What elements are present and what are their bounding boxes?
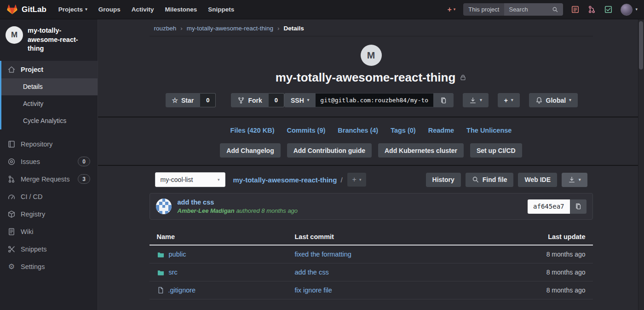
- new-item-dropdown[interactable]: + ▾: [498, 93, 520, 107]
- commit-author-link[interactable]: Amber-Lee Madigan: [178, 207, 235, 214]
- fork-icon: [237, 97, 245, 104]
- file-icon: [157, 287, 164, 294]
- commit-title-link[interactable]: add the css: [178, 199, 298, 206]
- path-root-link[interactable]: my-totally-awesome-react-thing: [233, 176, 337, 184]
- download-source-dropdown[interactable]: ▾: [463, 93, 489, 107]
- bell-icon: [535, 97, 543, 104]
- gitlab-logo[interactable]: GitLab: [6, 4, 46, 15]
- top-nav: Projects ▾ Groups Activity Milestones Sn…: [58, 6, 234, 13]
- chevron-down-icon: ▾: [569, 98, 571, 102]
- ci-cd-icon: [7, 193, 16, 201]
- row-commit-link[interactable]: fixed the formatting: [295, 251, 351, 258]
- sidebar-item-wiki[interactable]: Wiki: [0, 223, 98, 240]
- add-file-dropdown[interactable]: + ▾: [347, 173, 367, 187]
- sidebar-item-cycle-analytics[interactable]: Cycle Analytics: [1, 112, 98, 129]
- branch-selector[interactable]: my-cool-list ▾: [155, 172, 225, 187]
- find-file-button[interactable]: Find file: [466, 173, 514, 187]
- search-input[interactable]: [509, 6, 548, 13]
- file-entry-gitignore[interactable]: .gitignore: [157, 287, 280, 294]
- search-area: This project: [463, 3, 563, 16]
- sidebar-item-issues[interactable]: Issues 0: [0, 153, 98, 170]
- notification-dropdown[interactable]: Global ▾: [529, 93, 578, 107]
- stat-readme-link[interactable]: Readme: [428, 127, 454, 134]
- file-entry-public[interactable]: public: [157, 251, 280, 258]
- clone-url-input[interactable]: [316, 93, 433, 107]
- project-header: M my-totally-awesome-react-thing: [150, 36, 593, 85]
- nav-groups[interactable]: Groups: [98, 6, 121, 13]
- sidebar-item-snippets[interactable]: Snippets: [0, 240, 98, 258]
- table-row: public fixed the formatting 8 months ago: [150, 245, 593, 263]
- copy-clone-url-button[interactable]: [433, 93, 454, 107]
- file-browser-toolbar: my-cool-list ▾ my-totally-awesome-react-…: [150, 172, 593, 187]
- plus-icon: +: [504, 97, 508, 104]
- folder-icon: [157, 269, 165, 276]
- sidebar-item-settings[interactable]: ⚙ Settings: [0, 258, 98, 275]
- nav-projects[interactable]: Projects ▾: [58, 6, 87, 13]
- fork-button[interactable]: Fork: [231, 93, 268, 107]
- user-menu[interactable]: ▾: [621, 4, 638, 16]
- clone-protocol-dropdown[interactable]: SSH ▾: [284, 93, 316, 107]
- sidebar-item-merge-requests[interactable]: Merge Requests 3: [0, 170, 98, 188]
- breadcrumb-user[interactable]: rouzbeh: [154, 25, 177, 32]
- nav-milestones[interactable]: Milestones: [165, 6, 197, 13]
- web-ide-button[interactable]: Web IDE: [518, 173, 557, 187]
- merge-requests-icon[interactable]: [587, 5, 596, 14]
- sidebar-project-header[interactable]: M my-totally-awesome-react-thing: [0, 19, 98, 58]
- snippets-icon: [7, 245, 16, 253]
- stat-tags-link[interactable]: Tags (0): [391, 127, 416, 134]
- lock-icon: [460, 74, 466, 81]
- download-icon: [469, 97, 477, 104]
- sidebar-item-project[interactable]: Project: [1, 61, 98, 78]
- nav-activity[interactable]: Activity: [132, 6, 154, 13]
- chevron-down-icon: ▾: [359, 178, 362, 182]
- sidebar-item-activity[interactable]: Activity: [1, 95, 98, 112]
- top-navbar: GitLab Projects ▾ Groups Activity Milest…: [0, 0, 644, 19]
- download-dropdown-button[interactable]: ▾: [562, 173, 587, 187]
- star-button[interactable]: ☆ Star: [166, 93, 201, 107]
- new-dropdown-button[interactable]: + ▾: [447, 6, 455, 13]
- sidebar-item-label: Registry: [21, 211, 45, 218]
- sidebar-project-name: my-totally-awesome-react-thing: [28, 26, 82, 53]
- fork-label: Fork: [248, 97, 262, 104]
- row-commit-link[interactable]: fix ignore file: [295, 287, 332, 294]
- add-changelog-button[interactable]: Add Changelog: [220, 143, 280, 158]
- history-button[interactable]: History: [426, 173, 461, 187]
- breadcrumb-project[interactable]: my-totally-awesome-react-thing: [187, 25, 273, 32]
- star-count[interactable]: 0: [200, 93, 216, 107]
- stat-license-link[interactable]: The Unlicense: [466, 127, 512, 134]
- setup-ci-cd-button[interactable]: Set up CI/CD: [470, 143, 522, 158]
- issues-icon: [7, 158, 16, 166]
- nav-snippets[interactable]: Snippets: [208, 6, 234, 13]
- sidebar-item-details[interactable]: Details: [1, 78, 98, 95]
- issues-icon[interactable]: [571, 5, 580, 14]
- merge-requests-count-badge: 3: [78, 174, 90, 184]
- scrollbar-thumb[interactable]: [639, 21, 643, 70]
- fork-count[interactable]: 0: [269, 93, 284, 107]
- gitlab-wordmark: GitLab: [22, 5, 46, 14]
- add-contribution-guide-button[interactable]: Add Contribution guide: [287, 143, 372, 158]
- todos-icon[interactable]: [604, 5, 613, 14]
- search-field[interactable]: [504, 3, 563, 16]
- chevron-down-icon: ▾: [218, 178, 220, 182]
- copy-sha-button[interactable]: [570, 199, 586, 214]
- identicon-image: [156, 199, 172, 214]
- file-entry-src[interactable]: src: [157, 269, 280, 276]
- section-divider: [98, 117, 644, 117]
- chevron-down-icon: ▾: [480, 98, 482, 102]
- commit-author-avatar[interactable]: [156, 199, 172, 214]
- clone-url-group: SSH ▾: [284, 93, 454, 107]
- sidebar-item-ci-cd[interactable]: CI / CD: [0, 188, 98, 205]
- chevron-down-icon: ▾: [307, 98, 310, 102]
- sidebar-item-registry[interactable]: Registry: [0, 205, 98, 223]
- row-commit-link[interactable]: add the css: [295, 269, 329, 276]
- stat-files-link[interactable]: Files (420 KB): [230, 127, 275, 134]
- stat-commits-link[interactable]: Commits (9): [287, 127, 326, 134]
- sidebar-item-repository[interactable]: Repository: [0, 135, 98, 153]
- stat-branches-link[interactable]: Branches (4): [338, 127, 378, 134]
- commit-sha: af645ea7: [528, 199, 569, 214]
- issues-count-badge: 0: [78, 157, 90, 166]
- table-header-row: Name Last commit Last update: [150, 229, 593, 245]
- add-kubernetes-cluster-button[interactable]: Add Kubernetes cluster: [378, 143, 464, 158]
- file-name: src: [169, 269, 178, 276]
- page-scrollbar[interactable]: [638, 19, 644, 310]
